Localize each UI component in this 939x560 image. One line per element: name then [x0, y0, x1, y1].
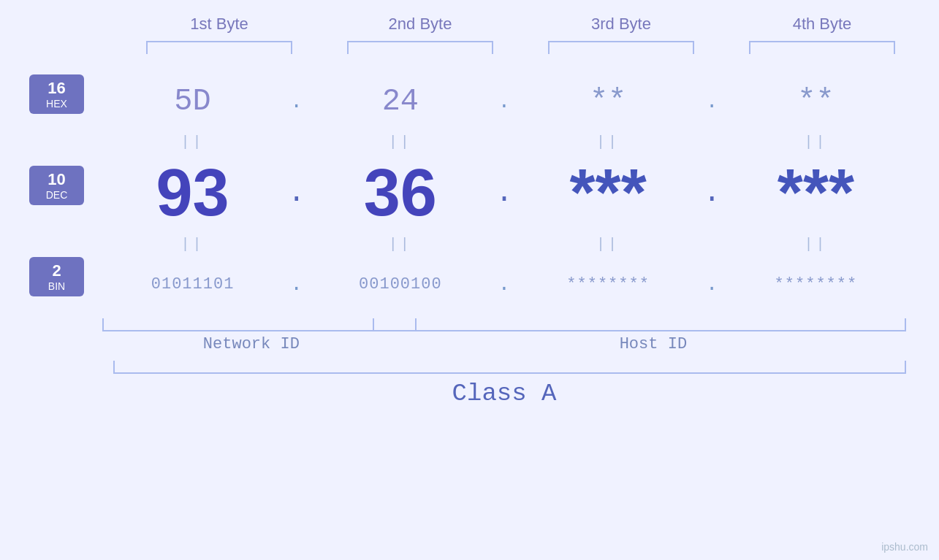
dec-cell-2: 36: [313, 160, 488, 226]
bracket-top-1: [146, 41, 292, 54]
bin-cell-2: 00100100: [313, 275, 488, 294]
bin-val-3: ********: [566, 275, 650, 294]
dec-val-2: 36: [364, 156, 437, 229]
hex-dot-3: .: [701, 91, 723, 113]
pipe-2-2: ||: [313, 236, 488, 253]
hex-data-row: 5D . 24 . ** . **: [102, 72, 906, 131]
dec-cell-4: ***: [728, 160, 903, 226]
dec-badge-wrapper: 10 DEC: [29, 145, 102, 226]
byte-label-1: 1st Byte: [132, 15, 307, 34]
watermark: ipshu.com: [881, 541, 928, 553]
hex-val-4: **: [797, 84, 834, 119]
hex-cell-4: **: [728, 84, 903, 119]
bin-cell-1: 01011101: [105, 275, 281, 294]
pipe-row-2: || || || ||: [102, 233, 906, 255]
byte-headers: 1st Byte 2nd Byte 3rd Byte 4th Byte: [119, 15, 923, 34]
hex-cell-1: 5D: [105, 84, 281, 119]
dec-val-1: 93: [156, 156, 229, 229]
dec-val-3: ***: [570, 156, 647, 229]
network-id-label: Network ID: [102, 335, 400, 353]
hex-badge: 16 HEX: [29, 74, 84, 114]
bracket-top-2: [347, 41, 493, 54]
byte-label-4: 4th Byte: [734, 15, 910, 34]
bracket-top-4: [749, 41, 895, 54]
pipe-1-4: ||: [728, 134, 903, 150]
byte-label-3: 3rd Byte: [533, 15, 709, 34]
host-id-label: Host ID: [400, 335, 906, 353]
dec-dot-1: .: [286, 177, 308, 210]
bin-badge-wrapper: 2 BIN: [29, 248, 102, 306]
data-rows-area: 5D . 24 . ** . ** || ||: [102, 65, 939, 407]
main-grid: 16 HEX 10 DEC 2 BIN: [0, 65, 939, 407]
pipe-spacer-2: [29, 226, 102, 248]
bottom-brackets-section: [102, 317, 906, 331]
bin-val-4: ********: [775, 275, 858, 294]
dec-base-label: DEC: [32, 189, 81, 201]
hex-val-3: **: [590, 84, 626, 119]
hex-badge-wrapper: 16 HEX: [29, 65, 102, 123]
pipe-row-1: || || || ||: [102, 131, 906, 153]
hex-dot-2: .: [493, 91, 515, 113]
bracket-id-labels: Network ID Host ID: [102, 335, 906, 353]
bin-val-2: 00100100: [359, 275, 442, 294]
pipe-2-1: ||: [105, 236, 281, 253]
network-bracket: [102, 318, 417, 331]
pipe-1-2: ||: [313, 134, 488, 150]
bin-data-row: 01011101 . 00100100 . ******** . *******…: [102, 255, 906, 313]
bin-base-num: 2: [32, 261, 81, 280]
top-brackets: [119, 41, 923, 54]
dec-base-num: 10: [32, 170, 81, 189]
bin-dot-3: .: [701, 273, 723, 296]
pipe-1-3: ||: [520, 134, 696, 150]
main-container: 1st Byte 2nd Byte 3rd Byte 4th Byte 16 H…: [0, 0, 939, 560]
hex-cell-2: 24: [313, 84, 488, 119]
hex-cell-3: **: [520, 84, 696, 119]
byte-label-2: 2nd Byte: [332, 15, 508, 34]
bin-val-1: 01011101: [151, 275, 235, 294]
hex-val-2: 24: [382, 84, 419, 119]
class-label: Class A: [102, 380, 906, 407]
dec-dot-3: .: [701, 177, 723, 210]
host-bracket: [373, 318, 906, 331]
bin-cell-3: ********: [520, 275, 696, 294]
bin-base-label: BIN: [32, 280, 81, 292]
bin-cell-4: ********: [728, 275, 903, 294]
pipe-2-4: ||: [728, 236, 903, 253]
pipe-1-1: ||: [105, 134, 281, 150]
pipe-2-3: ||: [520, 236, 696, 253]
base-labels-column: 16 HEX 10 DEC 2 BIN: [0, 65, 102, 407]
pipe-spacer-1: [29, 123, 102, 145]
hex-base-label: HEX: [32, 98, 81, 110]
dec-val-4: ***: [778, 156, 854, 229]
hex-val-1: 5D: [174, 84, 210, 119]
dec-badge: 10 DEC: [29, 166, 84, 205]
dec-data-row: 93 . 36 . *** . ***: [102, 153, 906, 233]
hex-base-num: 16: [32, 79, 81, 98]
dec-cell-3: ***: [520, 160, 696, 226]
bin-dot-1: .: [286, 273, 308, 296]
bracket-top-3: [548, 41, 694, 54]
bin-badge: 2 BIN: [29, 257, 84, 296]
overall-bracket: [113, 361, 906, 374]
dec-cell-1: 93: [105, 160, 281, 226]
hex-dot-1: .: [286, 91, 308, 113]
bin-dot-2: .: [493, 273, 515, 296]
dec-dot-2: .: [493, 177, 515, 210]
